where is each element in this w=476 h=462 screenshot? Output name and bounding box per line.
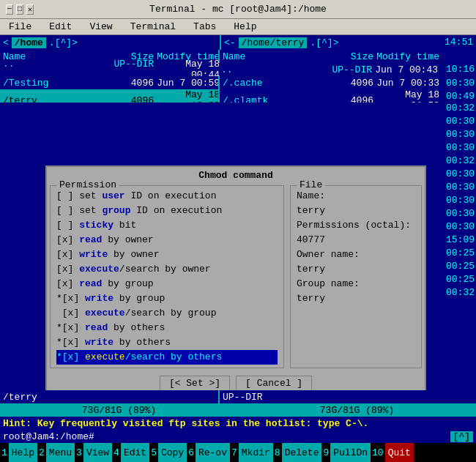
file-name-label: Name: — [297, 189, 415, 204]
perm-row-2[interactable]: [ ] sticky bit — [56, 218, 278, 233]
fkey-9[interactable]: 9PullDn — [321, 443, 371, 462]
title-bar: ─ □ ✕ Terminal - mc [root@Jam4]:/home — [0, 0, 476, 19]
perm-row-0[interactable]: [ ] set user ID on execution — [56, 189, 278, 204]
menu-bar: File Edit View Terminal Tabs Help — [0, 19, 476, 35]
right-col-modify: Modify time — [376, 51, 441, 62]
right-row-0-name: .. — [221, 64, 324, 75]
perm-row-1[interactable]: [ ] set group ID on execution — [56, 204, 278, 218]
fkey-2[interactable]: 2Menu — [37, 443, 75, 462]
perm-row-9[interactable]: *[x] read by others — [56, 321, 278, 335]
left-panel-regex: .[^]> — [49, 37, 78, 48]
fkey-1[interactable]: 1Help — [0, 443, 37, 462]
window-title: Terminal - mc [root@Jam4]:/home — [34, 4, 442, 15]
perm-row-3[interactable]: [x] read by owner — [56, 233, 278, 247]
file-group-value: terry — [297, 291, 415, 306]
left-row-1-date: Jun 7 00:59 — [157, 78, 221, 89]
menu-edit[interactable]: Edit — [46, 21, 75, 32]
file-perms-label: Permissions (octal): — [297, 218, 415, 233]
right-bottom-path: UP--DIR — [220, 392, 476, 403]
menu-tabs[interactable]: Tabs — [190, 21, 219, 32]
progress-right: 73G/81G (89%) — [238, 405, 476, 416]
close-button[interactable]: ✕ — [26, 4, 34, 15]
progress-left: 73G/81G (89%) — [0, 405, 238, 416]
perm-row-5[interactable]: [x] execute/search by owner — [56, 262, 278, 277]
perm-row-10[interactable]: *[x] write by others — [56, 335, 278, 350]
fkey-6[interactable]: 6Re-ov — [187, 443, 230, 462]
left-panel-path: /home — [12, 37, 46, 48]
right-panel-regex: .[^]> — [310, 37, 338, 48]
set-button[interactable]: [< Set >] — [160, 376, 230, 391]
right-col-size: Size — [325, 51, 376, 62]
left-panel-header: < — [3, 37, 9, 48]
minimize-button[interactable]: ─ — [6, 4, 13, 15]
fkey-4[interactable]: 4Edit — [112, 443, 149, 462]
time-1: 00:30 — [438, 78, 475, 89]
terminal-area: < /home .[^]> <- /home/terry .[^]> Name … — [0, 35, 476, 462]
menu-help[interactable]: Help — [231, 21, 259, 32]
right-panel-path: /home/terry — [239, 37, 308, 48]
perm-row-7[interactable]: *[x] write by group — [56, 291, 278, 306]
cancel-button[interactable]: [ Cancel ] — [236, 376, 312, 391]
chmod-dialog: Chmod command Permission [ ] set user ID… — [45, 165, 426, 395]
time-main: 14:51 — [438, 35, 476, 50]
menu-view[interactable]: View — [86, 21, 115, 32]
menu-file[interactable]: File — [6, 21, 34, 32]
prompt-text: root@Jam4:/home# — [3, 431, 94, 442]
prompt-bracket: [^] — [450, 431, 473, 442]
left-bottom-path: /terry — [0, 392, 218, 403]
fkey-3[interactable]: 3View — [75, 443, 112, 462]
file-group-label: Group name: — [297, 277, 415, 291]
right-row-1-size: 4096 — [325, 78, 376, 89]
right-row-0-size: UP--DIR — [324, 64, 375, 75]
time-0: 10:16 — [438, 63, 475, 76]
fkey-5[interactable]: 5Copy — [149, 443, 187, 462]
fkey-8[interactable]: 8Delete — [273, 443, 322, 462]
right-panel-header-arrow: <- — [224, 37, 236, 48]
right-row-0-date: Jun 7 00:43 — [375, 64, 439, 75]
left-row-1-size: 4096 — [105, 78, 157, 89]
file-label: File — [297, 179, 325, 190]
left-row-1-name: /Testing — [3, 78, 105, 89]
right-row-1-date: Jun 7 00:33 — [376, 78, 441, 89]
file-owner-value: terry — [297, 262, 415, 277]
fkey-bar: 1Help 2Menu 3View 4Edit 5Copy 6Re-ov 7Mk… — [0, 443, 476, 462]
right-col-name: Name — [223, 51, 325, 62]
fkey-7[interactable]: 7Mkdir — [230, 443, 273, 462]
perm-row-6[interactable]: [x] read by group — [56, 277, 278, 291]
perm-row-11[interactable]: *[x] execute/search by others — [56, 350, 278, 365]
time-2: 00:49 — [438, 91, 475, 102]
perm-row-4[interactable]: [x] write by owner — [56, 247, 278, 262]
file-perms-value: 40777 — [297, 233, 415, 247]
right-row-1-name: /.cache — [223, 78, 325, 89]
permission-label: Permission — [56, 179, 119, 190]
fkey-10[interactable]: 10Quit — [371, 443, 414, 462]
menu-terminal[interactable]: Terminal — [127, 21, 179, 32]
file-owner-label: Owner name: — [297, 247, 415, 262]
perm-row-8[interactable]: [x] execute/search by group — [56, 306, 278, 321]
hint-text: Hint: Key frequently visited ftp sites i… — [3, 418, 368, 429]
maximize-button[interactable]: □ — [16, 4, 23, 15]
file-name-value: terry — [297, 204, 415, 218]
